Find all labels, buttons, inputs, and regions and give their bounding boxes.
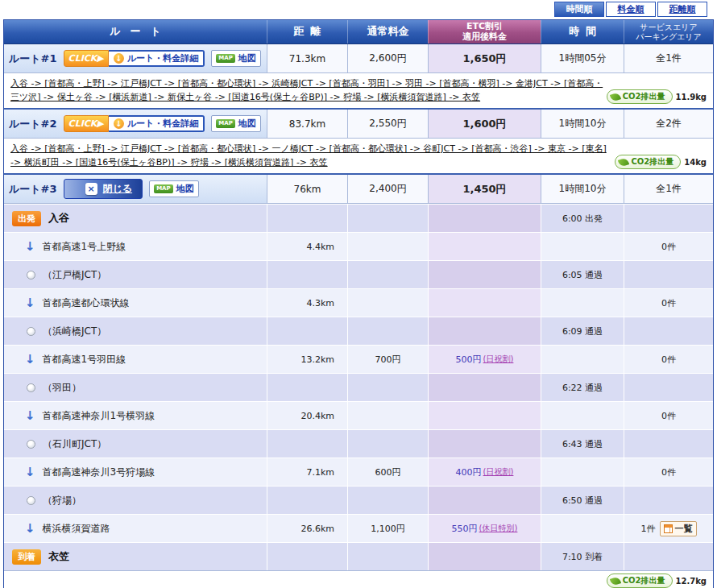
- step-etc-fee-cell: [428, 317, 541, 345]
- step-sa-cell: [624, 205, 713, 232]
- step-time-cell: 7:10 到着: [541, 543, 624, 570]
- step-etc-fee-cell: 500円(日祝割): [428, 346, 541, 373]
- step-etc-fee-cell: [428, 205, 541, 232]
- tab-time-order[interactable]: 時間順: [554, 2, 604, 17]
- route-step-road: ↓首都高速神奈川1号横羽線20.4km0件: [4, 401, 713, 429]
- arrive-badge: 到着: [12, 549, 41, 565]
- down-arrow-icon: ↓: [25, 408, 35, 423]
- step-name: 首都高速神奈川1号横羽線: [43, 409, 155, 423]
- step-normal-fee-cell: [347, 261, 428, 288]
- route-detail-button[interactable]: CLICK▶ ↓ ルート・料金詳細: [64, 50, 205, 67]
- step-time: 6:22 通過: [562, 382, 603, 394]
- map-label: 地図: [176, 183, 194, 195]
- route-etc-fee: 1,600円: [428, 110, 541, 138]
- step-time-cell: 6:22 通過: [541, 374, 624, 401]
- route-block-2: ルート#2 CLICK▶ ↓ ルート・料金詳細 MAP 地図 83.7km 2,…: [4, 108, 713, 173]
- step-normal-fee-cell: [347, 233, 428, 260]
- route-step-point: （浜崎橋JCT）6:09 通過: [4, 317, 713, 345]
- step-time-cell: 6:43 通過: [541, 430, 624, 458]
- route-time: 1時間10分: [541, 110, 624, 138]
- route-block-3: ルート#3 × 閉じる MAP 地図 76km 2,400円 1,450円 1時…: [4, 173, 713, 588]
- route1-summary-row: ルート#1 CLICK▶ ↓ ルート・料金詳細 MAP 地図 71.3km 2,…: [4, 44, 713, 73]
- sa-count: 0件: [661, 241, 676, 253]
- discount-note-link[interactable]: (休日特別): [479, 523, 518, 534]
- step-time: 6:43 通過: [562, 438, 603, 450]
- col-header-etc-fee: ETC割引 適用後料金: [428, 20, 541, 43]
- step-distance-cell: [267, 543, 347, 570]
- step-distance-cell: [267, 261, 347, 288]
- step-sa-cell: 0件: [624, 346, 713, 373]
- step-normal-fee-cell: [347, 205, 428, 232]
- step-route-cell: （浜崎橋JCT）: [4, 317, 267, 345]
- step-time-cell: [541, 233, 624, 260]
- step-time: 6:50 通過: [562, 495, 603, 507]
- map-button[interactable]: MAP 地図: [211, 115, 261, 132]
- sa-list-button[interactable]: 一覧: [660, 521, 697, 536]
- route-step-road: ↓首都高速1号羽田線13.2km700円500円(日祝割)0件: [4, 345, 713, 373]
- route-step-point: （江戸橋JCT）6:05 通過: [4, 260, 713, 288]
- step-etc-fee-cell: [428, 487, 541, 514]
- step-sa-cell: 1件一覧: [624, 515, 713, 542]
- step-sa-cell: [624, 487, 713, 514]
- discount-note-link[interactable]: (日祝割): [483, 466, 514, 478]
- down-arrow-icon: ↓: [25, 296, 35, 310]
- step-distance-cell: 4.4km: [267, 233, 347, 260]
- co2-badge: CO2排出量 14kg: [615, 155, 707, 169]
- co2-value: 11.9kg: [676, 93, 707, 101]
- step-distance: 20.4km: [300, 411, 334, 421]
- step-etc-fee-cell: [428, 261, 541, 288]
- route-normal-fee: 2,400円: [347, 175, 428, 203]
- step-name: 衣笠: [48, 549, 69, 564]
- step-normal-fee-cell: [347, 289, 428, 317]
- etc-fee: 500円: [456, 354, 482, 366]
- step-normal-fee-cell: [347, 487, 428, 514]
- step-route-cell: ↓首都高速1号羽田線: [4, 346, 267, 373]
- map-label: 地図: [238, 118, 256, 130]
- step-distance-cell: [267, 374, 347, 401]
- map-button[interactable]: MAP 地図: [149, 180, 199, 197]
- step-normal-fee-cell: [347, 543, 428, 570]
- map-label: 地図: [238, 52, 256, 64]
- step-distance-cell: [267, 205, 347, 232]
- route-time: 1時間05分: [541, 44, 624, 72]
- route-detail-label: ルート・料金詳細: [127, 118, 199, 130]
- step-time-cell: [541, 289, 624, 317]
- route-step-point: （狩場）6:50 通過: [4, 486, 713, 514]
- step-etc-fee-cell: 400円(日祝割): [428, 458, 541, 486]
- co2-badge: CO2排出量 12.7kg: [607, 574, 707, 588]
- step-time-cell: [541, 402, 624, 429]
- tab-fee-order[interactable]: 料金順: [606, 2, 656, 17]
- route-results-page: 時間順 料金順 距離順 ルート 距離 通常料金 ETC割引 適用後料金 時間 サ…: [0, 0, 717, 588]
- route-sa-count: 全2件: [624, 110, 713, 138]
- step-time-cell: 6:00 出発: [541, 205, 624, 232]
- route3-route-cell: ルート#3 × 閉じる MAP 地図: [4, 175, 267, 203]
- col-header-time: 時間: [541, 20, 624, 43]
- map-button[interactable]: MAP 地図: [211, 50, 261, 67]
- step-normal-fee-cell: [347, 402, 428, 429]
- step-name: （浜崎橋JCT）: [43, 325, 106, 338]
- close-button[interactable]: × 閉じる: [64, 179, 143, 199]
- step-time: 7:10 到着: [562, 551, 603, 563]
- step-etc-fee-cell: [428, 289, 541, 317]
- step-etc-fee-cell: [428, 402, 541, 429]
- step-route-cell: （石川町JCT）: [4, 430, 267, 458]
- map-icon: MAP: [216, 54, 235, 63]
- step-route-cell: （狩場）: [4, 487, 267, 514]
- step-route-cell: （江戸橋JCT）: [4, 261, 267, 288]
- discount-note-link[interactable]: (日祝割): [483, 354, 514, 365]
- sa-count: 0件: [661, 410, 676, 422]
- step-sa-cell: 0件: [624, 289, 713, 317]
- waypoint-marker-icon: [27, 440, 35, 449]
- tab-distance-order[interactable]: 距離順: [657, 2, 707, 17]
- route-detail-button[interactable]: CLICK▶ ↓ ルート・料金詳細: [64, 115, 205, 132]
- route-distance: 83.7km: [267, 110, 347, 138]
- leaf-icon: [610, 576, 621, 586]
- step-distance: 4.3km: [306, 298, 334, 308]
- route-step-depart: 出発入谷6:00 出発: [4, 204, 713, 232]
- waypoint-marker-icon: [27, 327, 35, 336]
- step-normal-fee-cell: [347, 374, 428, 401]
- route-distance: 76km: [267, 175, 347, 203]
- step-route-cell: ↓首都高速1号上野線: [4, 233, 267, 260]
- step-name: 首都高速神奈川3号狩場線: [43, 466, 155, 479]
- down-arrow-circle-icon: ↓: [114, 53, 124, 64]
